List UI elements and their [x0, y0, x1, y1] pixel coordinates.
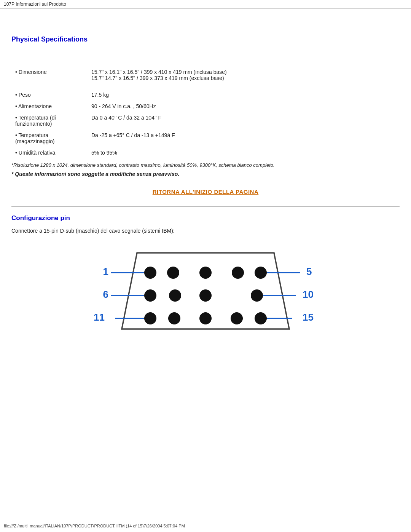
- footnote1: *Risoluzione 1280 x 1024, dimensione sta…: [11, 162, 400, 168]
- connector-description: Connettore a 15-pin D-sub (maschio) del …: [11, 228, 400, 234]
- table-row: • Peso 17.5 kg: [11, 89, 400, 101]
- specs-table: • Dimensione 15.7" x 16.1" x 16.5" / 399…: [11, 66, 400, 158]
- spec-label: • Temperatura (di funzionamento): [11, 112, 88, 129]
- table-row: • Temperatura (di funzionamento) Da 0 a …: [11, 112, 400, 129]
- pin-row2-3: [199, 289, 212, 302]
- spec-value: Da -25 a +65° C / da -13 a +149à F: [88, 129, 400, 147]
- spec-value: Da 0 a 40° C / da 32 a 104° F: [88, 112, 400, 129]
- return-link-container: RITORNA ALL'INIZIO DELLA PAGINA: [11, 189, 400, 195]
- table-row: • Dimensione 15.7" x 16.1" x 16.5" / 399…: [11, 66, 400, 84]
- spec-value: 17.5 kg: [88, 89, 400, 101]
- table-row: • Umidità relativa 5% to 95%: [11, 147, 400, 158]
- spec-value: 15.7" x 16.1" x 16.5" / 399 x 410 x 419 …: [88, 66, 400, 84]
- pin-row1-5: [255, 267, 267, 279]
- footnote2: * Queste informazioni sono soggette a mo…: [11, 171, 400, 177]
- table-row: • Alimentazione 90 - 264 V in c.a. , 50/…: [11, 101, 400, 112]
- table-row: • Temperatura (magazzinaggio) Da -25 a +…: [11, 129, 400, 147]
- pin-row1-2: [167, 267, 179, 279]
- pin-label-15: 15: [303, 312, 314, 323]
- pin-row2-4: [251, 289, 263, 302]
- pin-label-6: 6: [103, 289, 108, 300]
- pin-row2-2: [169, 289, 181, 302]
- pin-row2-1: [144, 289, 156, 302]
- section-divider: [11, 206, 400, 207]
- pin-label-10: 10: [303, 289, 314, 300]
- section1-title: Physical Specifications: [11, 35, 400, 43]
- spec-label: • Alimentazione: [11, 101, 88, 112]
- spec-value: 5% to 95%: [88, 147, 400, 158]
- connector-diagram: 1 6 11 5 10 15: [11, 241, 400, 340]
- pin-label-1: 1: [103, 266, 108, 277]
- pin-row1-1: [144, 267, 156, 279]
- spec-label: • Dimensione: [11, 66, 88, 84]
- pin-row3-1: [144, 312, 156, 324]
- pin-row3-2: [168, 312, 180, 324]
- pin-row1-3: [199, 267, 212, 279]
- spec-label: • Peso: [11, 89, 88, 101]
- spec-value: 90 - 264 V in c.a. , 50/60Hz: [88, 101, 400, 112]
- return-link[interactable]: RITORNA ALL'INIZIO DELLA PAGINA: [153, 189, 259, 195]
- pin-row1-4: [232, 267, 244, 279]
- footer-path: file:///Z|/multi_manual/ITALIAN/107P/PRO…: [4, 524, 185, 528]
- pin-row3-3: [199, 312, 212, 324]
- pin-label-11: 11: [94, 312, 105, 323]
- spec-label: • Umidità relativa: [11, 147, 88, 158]
- pin-row3-5: [255, 312, 267, 324]
- spec-label: • Temperatura (magazzinaggio): [11, 129, 88, 147]
- section2-title: Configurazione pin: [11, 214, 400, 222]
- browser-tab: 107P Informazioni sul Prodotto: [0, 0, 411, 9]
- pin-label-5: 5: [306, 266, 312, 277]
- pin-row3-4: [231, 312, 243, 324]
